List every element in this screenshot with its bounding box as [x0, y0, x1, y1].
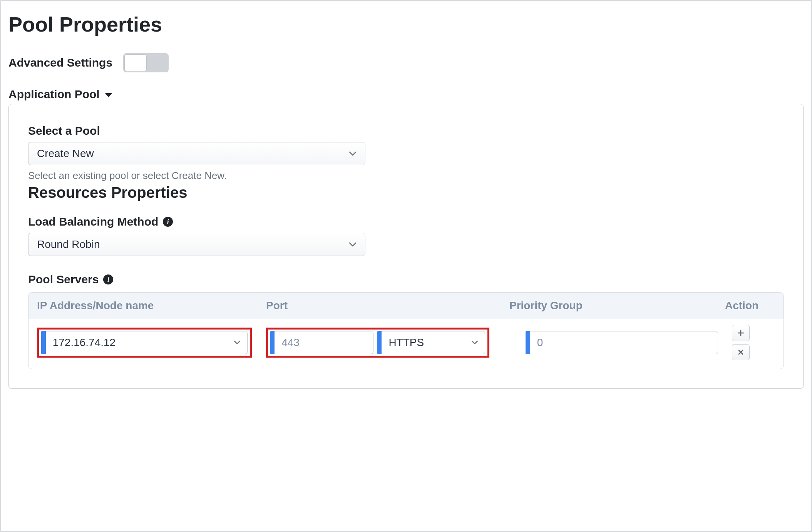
add-row-button[interactable]	[732, 325, 750, 341]
select-pool-dropdown[interactable]: Create New	[28, 142, 365, 165]
page-title: Pool Properties	[8, 12, 804, 36]
ip-address-input[interactable]	[46, 331, 248, 354]
action-buttons	[732, 325, 750, 360]
port-highlight-box	[266, 328, 489, 358]
table-row	[28, 319, 784, 369]
th-port: Port	[266, 299, 509, 312]
select-pool-label: Select a Pool	[28, 124, 784, 137]
resources-properties-title: Resources Properties	[28, 184, 784, 201]
ip-input-group	[41, 331, 248, 354]
priority-input[interactable]	[530, 331, 718, 354]
ip-highlight-box	[37, 328, 252, 358]
port-input-group	[270, 331, 373, 354]
input-accent-bar	[270, 331, 275, 354]
application-pool-header[interactable]: Application Pool	[8, 88, 804, 101]
input-accent-bar	[377, 331, 382, 354]
chevron-down-icon	[349, 151, 357, 156]
protocol-select[interactable]	[382, 331, 485, 354]
remove-row-button[interactable]	[732, 344, 750, 360]
priority-input-group	[526, 331, 718, 354]
application-pool-title: Application Pool	[8, 88, 100, 101]
th-ip: IP Address/Node name	[37, 299, 266, 312]
chevron-down-icon	[349, 242, 357, 247]
input-accent-bar	[526, 331, 530, 354]
advanced-settings-toggle[interactable]	[123, 53, 169, 72]
pool-servers-label-text: Pool Servers	[28, 273, 99, 286]
select-pool-value: Create New	[37, 147, 94, 160]
lb-method-label: Load Balancing Method i	[28, 215, 784, 228]
application-pool-panel: Select a Pool Create New Select an exist…	[8, 104, 804, 389]
th-priority: Priority Group	[509, 299, 725, 312]
pool-servers-table: IP Address/Node name Port Priority Group…	[28, 292, 784, 369]
cell-action	[725, 325, 775, 360]
input-accent-bar	[41, 331, 46, 354]
lb-method-label-text: Load Balancing Method	[28, 215, 158, 228]
lb-method-value: Round Robin	[37, 238, 100, 251]
info-icon[interactable]: i	[103, 274, 113, 284]
lb-method-dropdown[interactable]: Round Robin	[28, 233, 365, 256]
info-icon[interactable]: i	[163, 217, 173, 227]
cell-ip	[37, 328, 266, 358]
pool-servers-label: Pool Servers i	[28, 273, 784, 286]
pool-properties-page: Pool Properties Advanced Settings Applic…	[0, 0, 812, 532]
table-header-row: IP Address/Node name Port Priority Group…	[28, 293, 784, 319]
select-pool-help: Select an existing pool or select Create…	[28, 170, 784, 182]
caret-down-icon	[105, 93, 112, 97]
th-action: Action	[725, 299, 775, 312]
advanced-settings-label: Advanced Settings	[8, 56, 112, 69]
port-input[interactable]	[275, 331, 373, 354]
cell-priority	[509, 331, 725, 354]
toggle-knob	[124, 54, 147, 71]
advanced-settings-row: Advanced Settings	[8, 53, 804, 72]
cell-port	[266, 328, 509, 358]
protocol-input-group	[377, 331, 485, 354]
